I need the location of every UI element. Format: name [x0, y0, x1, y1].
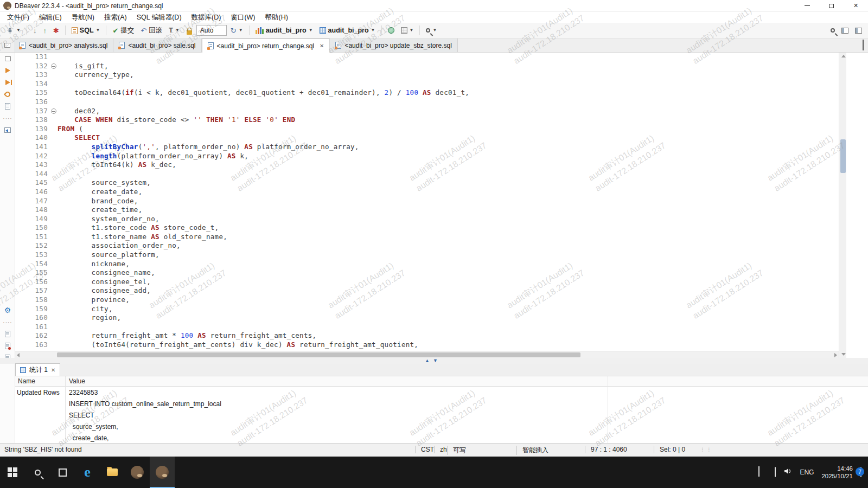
stats-row-0[interactable]: Updated Rows23245853 — [15, 387, 868, 398]
settings-button[interactable]: ⚙ — [0, 304, 15, 316]
start-button[interactable] — [0, 457, 25, 488]
explain-plan-button[interactable] — [0, 88, 15, 100]
tab-close-icon[interactable]: ✕ — [320, 43, 324, 49]
menu-item-6[interactable]: 窗口(W) — [226, 12, 260, 23]
editor-tab-3[interactable]: <audit_bi_pro> update_sbz_store.sql — [330, 38, 457, 52]
stats-row-4[interactable]: create_date, — [15, 432, 868, 443]
clock[interactable]: 14:46 2025/10/21 — [821, 465, 853, 480]
open-perspective-button[interactable] — [839, 24, 851, 37]
fold-marker[interactable] — [51, 107, 58, 116]
menu-item-1[interactable]: 编辑(E) — [34, 12, 67, 23]
globe-button[interactable] — [385, 24, 397, 37]
execute-statement-button[interactable] — [0, 65, 15, 76]
more-actions-button[interactable]: ···· — [0, 112, 15, 124]
window-restore-button[interactable] — [0, 53, 15, 65]
minimize-icon — [805, 5, 810, 6]
panel-splitter[interactable]: ▲▼ — [0, 358, 868, 364]
dbeaver-taskbar-button[interactable] — [125, 457, 150, 488]
menu-item-4[interactable]: SQL 编辑器(D) — [132, 12, 187, 23]
sql-code-editor[interactable]: 131132 is_gift,133 currency_type,134135 … — [15, 53, 839, 351]
line-number: 152 — [15, 241, 51, 251]
editor-tab-2[interactable]: <audit_bi_pro> return_change.sql✕ — [202, 38, 330, 53]
search-icon — [426, 28, 430, 33]
scroll-down-icon[interactable] — [841, 353, 846, 356]
stats-tab[interactable]: 统计 1 ✕ — [15, 363, 60, 376]
edge-button[interactable]: e — [75, 457, 100, 488]
title-bar: DBeaver 22.3.4 - <audit_bi_pro> return_c… — [0, 0, 868, 12]
output-doc-button[interactable] — [0, 328, 15, 340]
file-explorer-button[interactable] — [100, 457, 125, 488]
commit-button[interactable]: ✔ 提交 — [110, 24, 137, 37]
horizontal-scrollbar[interactable] — [15, 351, 839, 358]
quick-search-button[interactable] — [828, 24, 838, 37]
triangle-down-icon[interactable]: ▼ — [433, 358, 438, 363]
auto-commit-combo[interactable]: Auto — [196, 25, 227, 36]
grid-icon — [401, 27, 407, 34]
action-center-button[interactable]: 7 — [860, 467, 861, 477]
volume-button[interactable] — [783, 467, 792, 477]
database-icon — [256, 27, 264, 34]
refresh-button[interactable]: ↻ ▼ — [228, 24, 246, 37]
cancel-button[interactable]: ✱ — [50, 24, 62, 37]
taskbar-search-button[interactable] — [25, 457, 50, 488]
column-header-value[interactable]: Value — [65, 377, 868, 385]
menu-item-2[interactable]: 导航(N) — [67, 12, 99, 23]
stats-row-1[interactable]: INSERT INTO custom_online_sale_return_tm… — [15, 398, 868, 409]
code-line: 156 consignee_tel, — [15, 278, 839, 287]
arrow-down-button[interactable]: ↓ — [30, 24, 40, 37]
rollback-button[interactable]: ↶ 回滚 — [138, 24, 165, 37]
lock-button[interactable] — [183, 24, 195, 37]
vertical-scrollbar-thumb[interactable] — [840, 139, 846, 173]
menu-item-3[interactable]: 搜索(A) — [99, 12, 132, 23]
scroll-up-icon[interactable] — [841, 55, 846, 57]
column-header-name[interactable]: Name — [15, 377, 65, 385]
code-text: currency_type, — [58, 70, 134, 80]
stats-row-value: source_system, — [65, 423, 868, 431]
new-connection-button[interactable]: ▼ — [3, 24, 23, 37]
splitter-collapse-icons[interactable]: ▲▼ — [425, 358, 438, 363]
stats-row-3[interactable]: source_system, — [15, 421, 868, 432]
grid-button[interactable]: ▼ — [398, 24, 417, 37]
error-doc-button[interactable] — [0, 340, 15, 352]
vertical-scrollbar[interactable] — [839, 53, 846, 358]
maximize-button[interactable] — [819, 0, 844, 11]
execute-script-button[interactable] — [0, 76, 15, 88]
speaker-icon — [783, 467, 792, 475]
menu-item-5[interactable]: 数据库(D) — [187, 12, 226, 23]
sql-file-icon — [20, 42, 25, 49]
touch-keyboard-button[interactable] — [775, 467, 776, 477]
editor-tab-0[interactable]: <audit_bi_pro> analysis.sql — [14, 38, 113, 52]
restore-editor-button[interactable] — [0, 38, 14, 52]
minimize-button[interactable] — [795, 0, 819, 11]
show-hidden-icons-button[interactable] — [758, 467, 760, 477]
scroll-right-icon[interactable] — [834, 353, 837, 357]
more-actions-button-2[interactable]: ···· — [0, 316, 15, 328]
maximize-panel-button[interactable] — [863, 41, 864, 50]
stats-row-2[interactable]: SELECT — [15, 409, 868, 421]
show-panel-button[interactable] — [0, 124, 15, 136]
maximize-panel-icon — [863, 40, 864, 50]
fold-marker[interactable] — [51, 62, 58, 71]
code-line: 159 city, — [15, 305, 839, 314]
transaction-mode-button[interactable]: T ▼ — [166, 24, 182, 37]
arrow-up-button[interactable]: ↑ — [40, 24, 49, 37]
menu-item-7[interactable]: 帮助(H) — [260, 12, 293, 23]
close-icon[interactable]: ✕ — [51, 367, 55, 373]
fold-gutter — [51, 152, 58, 161]
horizontal-scrollbar-thumb[interactable] — [57, 352, 580, 357]
database-selector[interactable]: audit_bi_pro ▼ — [253, 24, 316, 37]
script-button[interactable] — [0, 100, 15, 112]
tab-label: <audit_bi_pro> return_change.sql — [217, 42, 314, 50]
layout-button[interactable] — [852, 24, 865, 37]
editor-tab-1[interactable]: <audit_bi_pro> sale.sql — [113, 38, 201, 52]
triangle-up-icon[interactable]: ▲ — [425, 358, 430, 363]
menu-item-0[interactable]: 文件(F) — [2, 12, 34, 23]
input-language-button[interactable]: ENG — [800, 468, 814, 476]
scroll-left-icon[interactable] — [17, 353, 20, 357]
dbeaver-taskbar-button-active[interactable] — [150, 457, 175, 488]
search-dropdown-button[interactable]: ▼ — [423, 24, 439, 37]
schema-selector[interactable]: audit_bi_pro ▼ — [317, 24, 378, 37]
close-button[interactable]: ✕ — [844, 0, 868, 11]
sql-editor-button[interactable]: SQL ▼ — [69, 24, 103, 37]
task-view-button[interactable] — [50, 457, 75, 488]
